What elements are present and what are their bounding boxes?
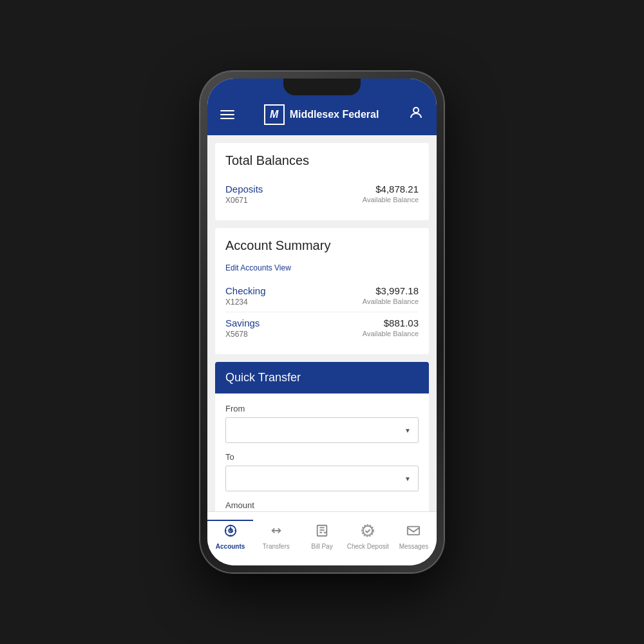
savings-row[interactable]: Savings X5678 $881.03 Available Balance: [225, 312, 419, 344]
svg-point-0: [413, 108, 419, 113]
nav-accounts[interactable]: Accounts: [207, 517, 253, 553]
checking-balance: $3,997.18: [363, 285, 419, 296]
from-group: From: [225, 404, 419, 443]
total-balances-card: Total Balances Deposits X0671 $4,878.21 …: [215, 143, 429, 220]
transfers-label: Transfers: [263, 543, 290, 550]
transfers-icon: [269, 524, 283, 540]
svg-rect-6: [408, 527, 419, 535]
accounts-label: Accounts: [216, 543, 245, 550]
nav-messages[interactable]: Messages: [391, 517, 437, 553]
to-label: To: [225, 452, 419, 462]
profile-icon[interactable]: [408, 105, 424, 124]
menu-icon[interactable]: [220, 110, 234, 119]
phone-frame: M Middlesex Federal Total Balances Depos…: [200, 71, 444, 573]
account-summary-card: Account Summary Edit Accounts View Check…: [215, 228, 429, 354]
savings-balance: $881.03: [363, 317, 419, 328]
nav-transfers[interactable]: Transfers: [253, 517, 299, 553]
checking-row[interactable]: Checking X1234 $3,997.18 Available Balan…: [225, 280, 419, 312]
to-select[interactable]: [225, 466, 419, 491]
amount-group: Amount: [225, 500, 419, 511]
checking-number: X1234: [225, 298, 266, 307]
from-label: From: [225, 404, 419, 413]
deposits-row[interactable]: Deposits X0671 $4,878.21 Available Balan…: [225, 178, 419, 210]
from-select-wrapper: [225, 417, 419, 443]
logo-m-icon: M: [264, 104, 285, 125]
quick-transfer-header: Quick Transfer: [215, 362, 429, 393]
deposits-number: X0671: [225, 196, 263, 205]
savings-balance-label: Available Balance: [363, 330, 419, 337]
checking-name: Checking: [225, 285, 266, 296]
check-deposit-icon: [361, 524, 375, 540]
bill-pay-label: Bill Pay: [311, 543, 332, 550]
nav-bill-pay[interactable]: Bill Pay: [299, 517, 345, 553]
deposits-name: Deposits: [225, 184, 263, 194]
account-summary-title: Account Summary: [225, 238, 419, 253]
nav-check-deposit[interactable]: Check Deposit: [345, 517, 391, 553]
messages-icon: [406, 524, 421, 540]
deposits-balance-label: Available Balance: [363, 196, 419, 204]
savings-name: Savings: [225, 317, 260, 328]
to-group: To: [225, 452, 419, 491]
total-balances-title: Total Balances: [225, 153, 419, 168]
bottom-nav: Accounts Transfers: [207, 511, 437, 565]
quick-transfer-title: Quick Transfer: [225, 371, 419, 384]
logo-area: M Middlesex Federal: [264, 104, 379, 125]
logo-text: Middlesex Federal: [290, 109, 379, 120]
phone-notch: [283, 79, 361, 95]
checking-balance-label: Available Balance: [363, 298, 419, 305]
from-select[interactable]: [225, 417, 419, 443]
main-content: Total Balances Deposits X0671 $4,878.21 …: [207, 135, 437, 511]
quick-transfer-body: From To: [215, 393, 429, 511]
amount-label: Amount: [225, 500, 419, 510]
deposits-balance: $4,878.21: [363, 184, 419, 194]
check-deposit-label: Check Deposit: [347, 543, 389, 550]
phone-screen: M Middlesex Federal Total Balances Depos…: [207, 79, 437, 565]
quick-transfer-card: Quick Transfer From To: [215, 362, 429, 511]
svg-point-4: [363, 526, 373, 536]
accounts-icon: [223, 524, 238, 540]
bill-pay-icon: [315, 524, 329, 540]
to-select-wrapper: [225, 466, 419, 491]
savings-number: X5678: [225, 330, 260, 339]
messages-label: Messages: [399, 543, 429, 550]
edit-accounts-link[interactable]: Edit Accounts View: [225, 263, 419, 272]
